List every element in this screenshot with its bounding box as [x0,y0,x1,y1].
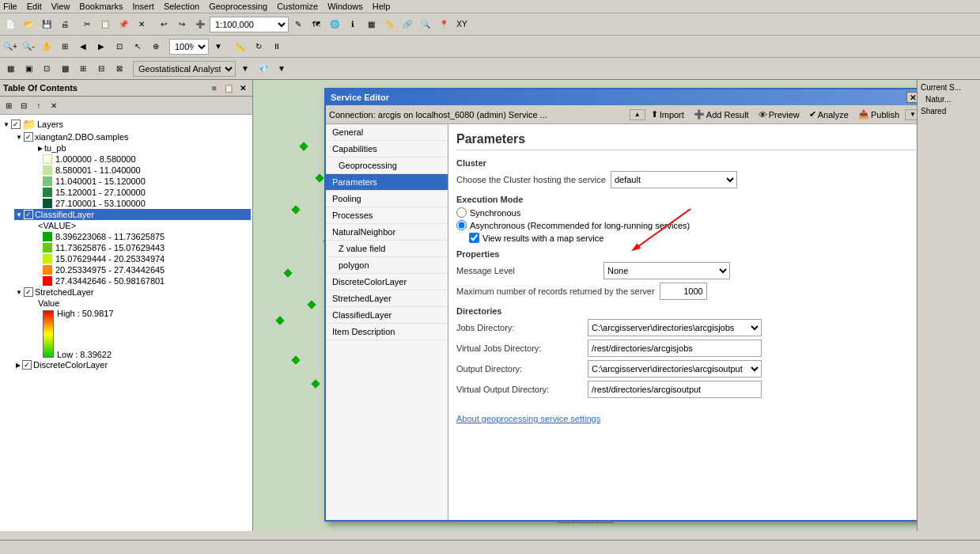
menu-geoprocessing[interactable]: Geoprocessing [209,2,267,11]
new-btn[interactable]: 📄 [2,16,19,33]
nav-discretecolor[interactable]: DiscreteColorLayer [326,274,448,290]
full-extent-btn[interactable]: ⊞ [56,38,74,55]
undo-btn[interactable]: ↩ [155,16,172,33]
measure-btn[interactable]: 📏 [380,16,398,33]
layout-btn[interactable]: 📐 [232,38,249,55]
nav-classified[interactable]: ClassifiedLayer [326,307,448,324]
virtual-output-input[interactable] [588,381,762,398]
zoom-out-btn[interactable]: 🔍- [20,38,37,55]
print-btn[interactable]: 🖨 [56,16,74,33]
zoom-tools-btn[interactable]: ▼ [210,38,227,55]
menu-view[interactable]: View [51,2,70,11]
geostat-settings-btn[interactable]: ▼ [273,60,290,78]
geostat-tools-5[interactable]: ⊞ [74,60,92,78]
toc-source-btn[interactable]: 📋 [222,82,235,94]
zoom-combo[interactable]: 100% [169,39,209,55]
back-btn[interactable]: ◀ [74,38,92,55]
geostat-tools-7[interactable]: ⊠ [111,60,128,78]
toc-tupb-row[interactable]: ▶ tu_pb [36,142,251,154]
discrete-checkbox[interactable]: ✓ [22,360,32,370]
delete-btn[interactable]: ✕ [133,16,150,33]
fixed-zoom-in-btn[interactable]: ⊕ [147,38,165,55]
pause-btn[interactable]: ⏸ [268,38,286,55]
save-btn[interactable]: 💾 [38,16,55,33]
pointer-btn[interactable]: ↖ [129,38,146,55]
xiangtan-checkbox[interactable]: ✓ [24,132,33,142]
nav-general[interactable]: General [326,124,448,141]
geostat-tools-1[interactable]: ▦ [2,60,19,78]
async-radio[interactable] [456,220,467,230]
zoom-in-btn[interactable]: 🔍+ [2,38,19,55]
toc-close-btn[interactable]: ✕ [236,82,249,94]
nav-polygon[interactable]: polygon [326,257,448,274]
map-service-checkbox[interactable] [469,233,479,243]
copy-btn[interactable]: 📋 [96,16,114,33]
cluster-select[interactable]: default [611,171,737,188]
menu-bookmarks[interactable]: Bookmarks [79,2,123,11]
nav-processes[interactable]: Processes [326,207,448,224]
geostat-combo[interactable]: Geostatistical Analyst [133,61,236,77]
nav-itemdesc[interactable]: Item Description [326,324,448,340]
add-data-btn[interactable]: ➕ [191,16,209,33]
jobs-dir-select[interactable]: C:\arcgisserver\directories\arcgisjobs [588,319,762,336]
output-dir-select[interactable]: C:\arcgisserver\directories\arcgisoutput [588,360,762,378]
menu-windows[interactable]: Windows [327,2,363,11]
refresh-btn[interactable]: ↻ [250,38,267,55]
geostat-tools-6[interactable]: ⊟ [93,60,110,78]
select-feature-btn[interactable]: ⊡ [111,38,128,55]
dialog-close-btn[interactable]: ✕ [906,92,917,103]
fwd-btn[interactable]: ▶ [93,38,110,55]
geostat-tools-2[interactable]: ▣ [20,60,37,78]
editor-btn[interactable]: ✎ [289,16,307,33]
toc-btn4[interactable]: ✕ [47,98,61,112]
nav-pooling[interactable]: Pooling [326,191,448,207]
max-records-input[interactable] [660,283,707,300]
map-btn[interactable]: 🗺 [308,16,325,33]
nav-geoprocessing[interactable]: Geoprocessing [326,157,448,174]
identify-btn[interactable]: ℹ [344,16,361,33]
pan-btn[interactable]: ✋ [38,38,55,55]
find-btn[interactable]: 🔍 [417,16,434,33]
menu-selection[interactable]: Selection [164,2,199,11]
publish-btn[interactable]: 📤Publish [854,107,903,122]
layers-checkbox[interactable]: ✓ [11,120,21,129]
toc-layer-row-layers[interactable]: ▼ ✓ 📁 Layers [2,117,251,131]
nav-zvaluefield[interactable]: Z value field [326,241,448,257]
nav-capabilities[interactable]: Capabilities [326,141,448,157]
toc-classified-row[interactable]: ▼ ✓ ClassifiedLayer [14,209,251,220]
menu-file[interactable]: File [3,2,17,11]
toc-btn1[interactable]: ⊞ [2,98,16,112]
toc-btn3[interactable]: ↑ [32,98,46,112]
geostat-icon[interactable]: 💎 [255,60,272,78]
scale-combo[interactable]: 1:100,000 [210,17,289,32]
geostat-tools-3[interactable]: ⊡ [38,60,55,78]
redo-btn[interactable]: ↪ [173,16,191,33]
globe-btn[interactable]: 🌐 [326,16,343,33]
add-result-btn[interactable]: ➕Add Result [690,107,753,122]
nav-stretched[interactable]: StretchedLayer [326,290,448,307]
geostat-dropdown-btn[interactable]: ▼ [236,60,254,78]
open-btn[interactable]: 📂 [20,16,37,33]
menu-edit[interactable]: Edit [27,2,42,11]
info-link[interactable]: About geoprocessing service settings [456,414,600,423]
xy-btn[interactable]: XY [453,16,471,33]
hyperlink-btn[interactable]: 🔗 [399,16,416,33]
toc-discrete-row[interactable]: ▶ ✓ DiscreteColorLayer [14,359,251,370]
nav-parameters[interactable]: Parameters [326,174,448,191]
nav-naturalneighbor[interactable]: NaturalNeighbor [326,224,448,241]
toc-stretched-row[interactable]: ▼ ✓ StretchedLayer [14,286,251,298]
preview-btn[interactable]: 👁Preview [755,108,804,122]
classified-checkbox[interactable]: ✓ [24,210,33,219]
sync-radio[interactable] [456,207,467,218]
toc-btn2[interactable]: ⊟ [17,98,31,112]
menu-help[interactable]: Help [373,2,391,11]
analyze-btn[interactable]: ✔Analyze [805,107,853,122]
scroll-down-btn[interactable]: ▼ [905,109,917,120]
import-btn[interactable]: ⬆Import [647,107,688,122]
map-area[interactable]: ◀ ▶ ⏸ Service Editor ✕ Connection: arcgi… [253,80,917,531]
toc-xiangtan-row[interactable]: ▼ ✓ xiangtan2.DBO.samples [14,131,251,142]
locate-btn[interactable]: 📍 [435,16,452,33]
cut-btn[interactable]: ✂ [78,16,96,33]
paste-btn[interactable]: 📌 [115,16,132,33]
menu-customize[interactable]: Customize [277,2,318,11]
